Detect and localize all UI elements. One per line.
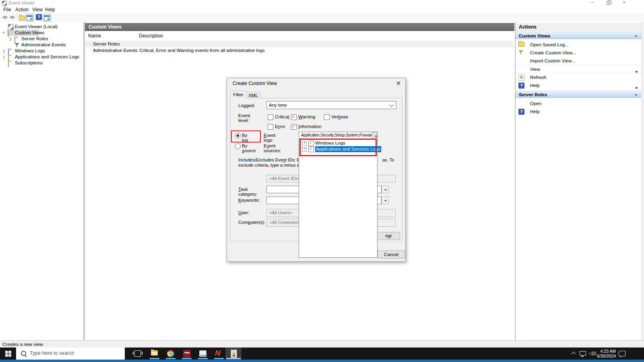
subscriptions-icon xyxy=(8,62,9,67)
minimize-button[interactable]: – xyxy=(589,0,595,5)
action-label: Help xyxy=(530,108,540,116)
event-viewer-screen: Event Viewer – × File Action View Help ?… xyxy=(0,0,644,362)
collapse-icon[interactable]: ▲ xyxy=(635,34,638,37)
task-category-label: Task category: xyxy=(238,187,257,197)
network-icon[interactable] xyxy=(580,351,586,356)
action-label: Open xyxy=(530,99,541,108)
checkbox-windows-logs[interactable] xyxy=(308,141,314,146)
column-divider[interactable] xyxy=(137,32,138,40)
chevron-right-icon[interactable]: ❯ xyxy=(2,48,6,54)
tree-item-windows-logs[interactable]: ❯ Windows Logs xyxy=(0,48,83,54)
action-help[interactable]: ? Help ▶ xyxy=(516,81,642,89)
task-view-button[interactable] xyxy=(130,348,146,360)
task-category-dropdown-button[interactable] xyxy=(382,186,389,193)
checkbox-critical[interactable] xyxy=(268,114,273,120)
action-help-server-roles[interactable]: ? Help xyxy=(516,108,642,116)
cancel-button[interactable]: Cancel xyxy=(378,250,405,259)
action-center-icon[interactable] xyxy=(619,351,625,356)
radio-by-source-label[interactable]: By source xyxy=(242,143,256,153)
dropdown-item-label: Applications and Services Logs xyxy=(315,146,381,152)
menu-action[interactable]: Action xyxy=(15,7,29,12)
tree-item-administrative-events[interactable]: Administrative Events xyxy=(0,42,83,48)
tree-item-server-roles[interactable]: ❯ Server Roles xyxy=(0,36,83,42)
action-view[interactable]: View ▶ xyxy=(516,65,642,73)
action-create-custom-view[interactable]: Create Custom View... xyxy=(516,49,642,57)
actions-pane-title: Actions xyxy=(516,23,644,31)
chevron-down-icon xyxy=(389,102,394,107)
show-action-pane-button[interactable] xyxy=(43,14,51,22)
menu-help[interactable]: Help xyxy=(45,7,55,12)
action-open-saved-log[interactable]: Open Saved Log... xyxy=(516,41,642,49)
tray-time: 4:23 AM xyxy=(595,349,616,354)
checkbox-information[interactable] xyxy=(291,124,297,130)
status-text: Creates a new view. xyxy=(2,342,44,347)
chevron-right-icon[interactable]: ❯ xyxy=(2,54,6,60)
task-view-icon xyxy=(134,350,141,357)
menu-file[interactable]: File xyxy=(3,7,11,12)
logged-combobox[interactable]: Any time xyxy=(266,101,396,109)
actions-section-server-roles[interactable]: Server Roles ▲ xyxy=(516,91,642,98)
dialog-close-icon[interactable]: ✕ xyxy=(395,80,402,87)
tree-item-event-viewer-local[interactable]: Event Viewer (Local) xyxy=(0,24,83,30)
section-header-label: Custom Views xyxy=(519,33,550,38)
dropdown-item-windows-logs[interactable]: + Windows Logs xyxy=(299,140,377,146)
close-button[interactable]: × xyxy=(621,0,627,5)
tree-item-custom-views[interactable]: ▼ Custom Views xyxy=(0,30,83,36)
back-button[interactable] xyxy=(1,14,9,21)
clear-button[interactable]: ear xyxy=(378,232,400,240)
chevron-right-icon[interactable]: ❯ xyxy=(9,36,12,42)
checkbox-warning-label[interactable]: Warning xyxy=(298,114,315,119)
checkbox-critical-label[interactable]: Critical xyxy=(275,114,289,119)
taskbar-search[interactable]: Type here to search xyxy=(16,348,125,360)
action-refresh[interactable]: ↻ Refresh xyxy=(516,73,642,81)
column-header-name[interactable]: Name xyxy=(88,32,101,40)
show-console-tree-button[interactable] xyxy=(25,14,34,22)
help-toolbar-button[interactable]: ? xyxy=(35,14,43,21)
actions-scrollbar[interactable] xyxy=(641,22,644,340)
start-button[interactable] xyxy=(0,348,16,360)
keywords-dropdown-button[interactable] xyxy=(382,197,389,204)
checkbox-verbose[interactable] xyxy=(324,114,330,120)
export-button[interactable] xyxy=(18,14,26,21)
actions-section-custom-views[interactable]: Custom Views ▲ xyxy=(516,32,642,39)
radio-by-log-label[interactable]: By log xyxy=(242,133,248,143)
action-label: Open Saved Log... xyxy=(530,41,569,49)
radio-by-log[interactable] xyxy=(235,133,241,139)
red-wave-app-icon: ~ xyxy=(183,350,191,358)
checkbox-applications-services-logs[interactable] xyxy=(308,147,314,152)
checkbox-information-label[interactable]: Information xyxy=(298,124,322,129)
toolbar-separator xyxy=(17,14,17,21)
chevron-down-icon[interactable]: ▼ xyxy=(2,30,6,36)
help-icon: ? xyxy=(36,14,42,20)
collapse-icon[interactable]: ▲ xyxy=(635,93,638,96)
chrome-icon xyxy=(167,350,174,357)
dropdown-item-applications-services-logs[interactable]: + Applications and Services Logs xyxy=(299,146,377,152)
menu-view[interactable]: View xyxy=(32,7,43,12)
expand-plus-icon[interactable]: + xyxy=(302,147,307,152)
tray-expand-icon[interactable] xyxy=(571,352,576,356)
event-logs-dropdown-button[interactable] xyxy=(372,132,377,138)
checkbox-verbose-label[interactable]: Verbose xyxy=(331,114,348,119)
n-logo-icon: N xyxy=(215,349,221,358)
clock[interactable]: 4:23 AM 6/30/2024 xyxy=(595,349,616,358)
column-header-description[interactable]: Description xyxy=(139,32,163,40)
table-row[interactable]: Server Roles xyxy=(85,41,514,48)
action-open[interactable]: Open xyxy=(516,99,642,108)
checkbox-error[interactable] xyxy=(268,124,273,130)
taskbar: Type here to search ~ N ◁))) 4:23 AM 6/3… xyxy=(0,348,644,362)
expand-plus-icon[interactable]: + xyxy=(302,141,307,146)
event-logs-combobox[interactable]: Application,Security,Setup,System,Forwar… xyxy=(299,132,378,139)
forward-button[interactable] xyxy=(9,14,17,21)
dialog-title: Create Custom View xyxy=(233,81,277,86)
tab-filter[interactable]: Filter xyxy=(230,91,246,99)
radio-by-source[interactable] xyxy=(235,143,241,149)
table-row[interactable]: Administrative Events Critical, Error an… xyxy=(85,47,514,54)
tree-item-subscriptions[interactable]: Subscriptions xyxy=(0,60,83,66)
checkbox-warning[interactable] xyxy=(291,114,297,120)
restore-button[interactable] xyxy=(605,0,611,5)
includes-note-line2: exclude criteria, type a minus sig xyxy=(238,163,303,168)
action-import-custom-view[interactable]: Import Custom View... xyxy=(516,57,642,65)
tree-item-applications-services-logs[interactable]: ❯ Applications and Services Logs xyxy=(0,54,83,60)
open-folder-icon xyxy=(518,42,524,47)
checkbox-error-label[interactable]: Error xyxy=(275,124,285,129)
